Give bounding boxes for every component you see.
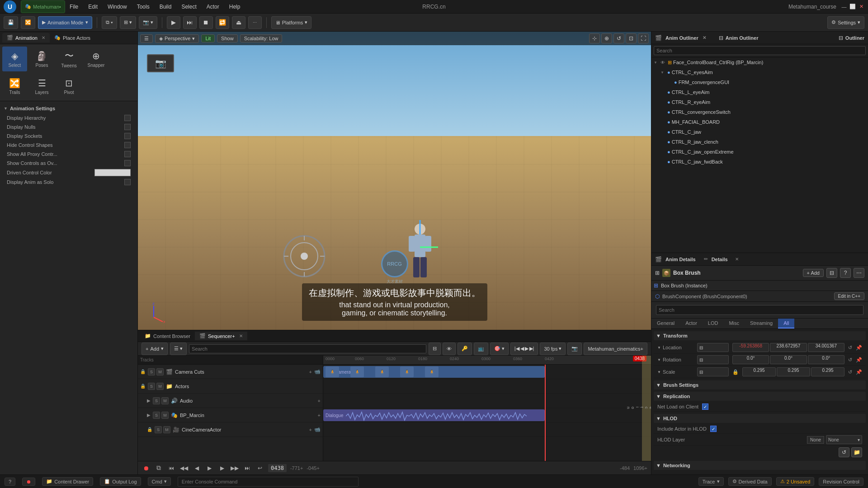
anim-outliner-search-input[interactable] [654,46,866,55]
content-drawer-button[interactable]: 📁 Content Drawer [42,477,93,486]
menu-edit[interactable]: Edit [84,2,102,11]
actors-mute-btn[interactable]: M [156,383,164,390]
go-end-button[interactable]: ⏭ [243,464,252,473]
hlod-layer-dropdown[interactable]: None ▾ [826,435,862,444]
cine-mute-btn[interactable]: M [163,426,170,433]
hlod-refresh-icon[interactable]: ↺ [839,447,849,457]
brush-settings-header[interactable]: ▼ Brush Settings [654,380,866,389]
crosshair-icon-btn[interactable]: ⊕ [601,33,612,43]
seq-camera-button[interactable]: 📷 [567,343,582,355]
tool-tweens[interactable]: 〜 Tweens [57,47,81,71]
add-cine-icon[interactable]: + [309,427,312,432]
seq-eye-button[interactable]: 👁 [443,343,456,355]
show-all-proxy-checkbox[interactable] [124,151,131,157]
details-search-input[interactable] [656,305,863,315]
seq-search-input[interactable] [189,344,426,353]
trace-button[interactable]: Trace ▾ [698,477,724,486]
tab-actor[interactable]: Actor [680,319,703,328]
close-button[interactable]: ✕ [858,4,864,10]
bp-mute-btn[interactable]: M [161,412,169,419]
menu-help[interactable]: Help [225,2,245,11]
tab-all[interactable]: All [778,319,794,328]
tab-place-actors[interactable]: 🎭 Place Actors [50,33,95,42]
menu-file[interactable]: File [65,2,83,11]
tool-layers[interactable]: ☰ Layers [29,74,54,99]
lit-button[interactable]: Lit [201,34,215,42]
expand-icon-btn[interactable]: ⊡ [626,33,637,43]
timeline-actors-track[interactable] [323,379,651,394]
record-status-button[interactable]: ⏺ [22,478,35,486]
hide-control-shapes-checkbox[interactable] [124,142,131,148]
seq-close[interactable]: ✕ [239,333,243,338]
show-button[interactable]: Show [217,34,238,42]
tab-content-browser[interactable]: 📁 Content Browser [140,332,195,340]
output-log-button[interactable]: 📋 Output Log [100,477,141,486]
animation-close[interactable]: ✕ [42,35,45,40]
step-back-icon[interactable]: ◀ [520,346,524,352]
tool-pivot[interactable]: ⊡ Pivot [57,74,81,99]
source-control-button[interactable]: 🔀 [21,16,35,29]
track-bp-marcin[interactable]: ▶ S M 🎭 BP_Marcin + [138,408,323,422]
play-seq-icon[interactable]: ▶ [525,346,528,352]
menu-select[interactable]: Select [177,2,201,11]
display-sockets-checkbox[interactable] [124,133,131,139]
include-hlod-checkbox[interactable]: ✓ [710,426,717,432]
scale-lock-icon[interactable]: 🔒 [732,369,739,375]
scale-y-input[interactable]: 0.295 [777,367,810,376]
timeline-clip-dialogue[interactable]: Dialogue [323,409,545,421]
audio-mute-btn[interactable]: M [161,397,169,404]
settings-button[interactable]: ⚙ Settings ▾ [827,16,864,29]
location-pin-icon[interactable]: 📌 [856,345,862,351]
details-close[interactable]: ✕ [735,257,739,262]
unsaved-button[interactable]: ⚠ 2 Unsaved [776,477,815,486]
timeline-content[interactable]: CineCameraActor 🧍 🧍 🧍 🧍 🧍 [323,365,651,461]
tab-general[interactable]: General [651,319,680,328]
help-button[interactable]: ? [5,478,15,486]
location-reset-icon[interactable]: ↺ [848,345,852,351]
viewport-options-button[interactable]: ⧉ ▾ [102,16,117,29]
stop-button[interactable]: ⏹ [199,16,213,29]
tree-item-r-jaw-clench[interactable]: ● CTRL_R_jaw_clench [651,137,868,147]
reset-icon-btn[interactable]: ↺ [613,33,624,43]
tree-item-face-control[interactable]: ▼ 👁 ⊞ Face_ControlBoard_CtrlRig (BP_Marc… [651,57,868,67]
tab-lod[interactable]: LOD [703,319,724,328]
console-input[interactable] [178,477,359,487]
cine-solo-btn[interactable]: S [155,426,162,433]
replication-header[interactable]: ▼ Replication [654,392,866,401]
rotation-pin-icon[interactable]: 📌 [856,357,862,363]
loop-toggle[interactable]: ⧉ [154,464,163,473]
timeline-bp-track[interactable] [323,422,651,437]
tree-item-l-eye-aim[interactable]: ● CTRL_L_eyeAim [651,87,868,97]
timeline-camera-cuts-track[interactable]: CineCameraActor 🧍 🧍 🧍 🧍 🧍 [323,365,651,379]
derived-data-button[interactable]: ⚙ Derived Data [728,477,772,486]
mute-btn[interactable]: M [156,368,164,375]
tree-item-conv-switch[interactable]: ● CTRL_convergenceSwitch [651,107,868,117]
brush-settings-icon[interactable]: ⊟ [826,268,837,278]
advance-button[interactable]: ⏭ [183,16,197,29]
actors-solo-btn[interactable]: S [148,383,155,390]
menu-actor[interactable]: Actor [202,2,224,11]
menu-window[interactable]: Window [103,2,132,11]
tab-misc[interactable]: Misc [723,319,745,328]
scale-x-input[interactable]: 0.295 [742,367,776,376]
step-back-button[interactable]: ◀◀ [179,464,189,473]
menu-build[interactable]: Build [155,2,176,11]
rotation-reset-icon[interactable]: ↺ [848,357,852,363]
transform-button[interactable]: ⊞ ▾ [120,16,136,29]
viewport-menu-button[interactable]: ☰ [140,34,153,43]
tree-item-eyes-aim[interactable]: ▼ ● CTRL_C_eyesAim [651,67,868,77]
hlod-browse-icon[interactable]: 📁 [851,447,862,457]
timeline-audio-track[interactable] [323,394,651,408]
loop-mode-button[interactable]: ↩ [255,464,264,473]
tree-item-r-eye-aim[interactable]: ● CTRL_R_eyeAim [651,97,868,107]
add-bp-icon[interactable]: + [318,413,321,418]
rotation-x-input[interactable]: 0.0° [732,355,769,364]
perspective-button[interactable]: ◈ Perspective ▾ [155,34,199,43]
transform-header[interactable]: ▼ Transform [654,331,866,340]
location-z-input[interactable]: 34.001367 [808,343,844,352]
seq-timeline-name[interactable]: Metahuman_cinematics+ [584,343,647,355]
menu-tools[interactable]: Tools [132,2,154,11]
tab-sequencer[interactable]: 🎬 Sequencer+ ✕ [195,332,247,340]
show-controls-checkbox[interactable] [124,160,131,166]
tree-item-facial-board[interactable]: ● MH_FACIAL_BOARD [651,117,868,127]
